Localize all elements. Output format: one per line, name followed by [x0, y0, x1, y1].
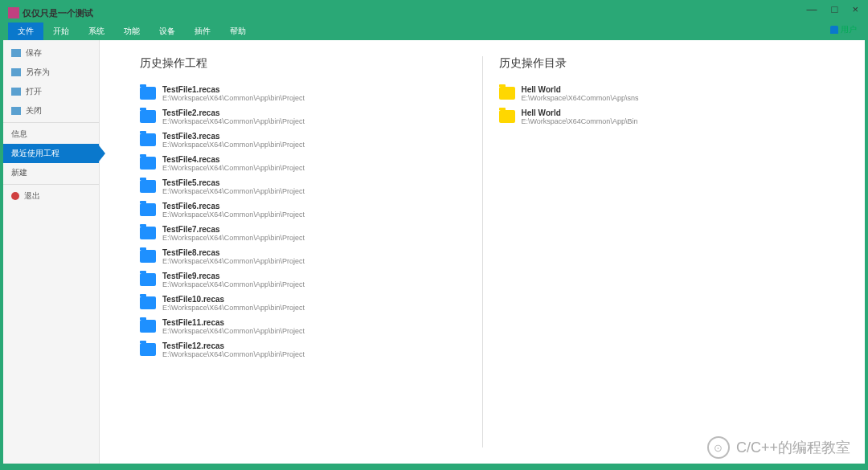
sidebar: 保存另存为打开关闭信息最近使用工程新建退出 — [3, 40, 100, 464]
app-icon — [8, 7, 19, 18]
menu-item-3[interactable]: 功能 — [114, 22, 149, 40]
sidebar-item[interactable]: 信息 — [3, 125, 99, 144]
file-item[interactable]: TestFile6.recasE:\Workspace\X64\Common\A… — [140, 200, 466, 220]
file-name: TestFile11.recas — [162, 318, 305, 327]
watermark-text: C/C++的编程教室 — [736, 438, 850, 457]
minimize-button[interactable]: — — [804, 3, 821, 15]
file-name: TestFile12.recas — [162, 341, 305, 350]
file-path: E:\Workspace\X64\Common\App\bin\Project — [162, 210, 305, 219]
file-path: E:\Workspace\X64\Common\App\bin\Project — [162, 187, 305, 195]
folder-icon — [499, 87, 515, 100]
file-name: TestFile10.recas — [162, 295, 305, 304]
menu-item-6[interactable]: 帮助 — [220, 22, 256, 40]
content-area: 保存另存为打开关闭信息最近使用工程新建退出 历史操作工程 TestFile1.r… — [3, 40, 865, 464]
exit-icon — [11, 192, 19, 200]
folder-icon — [499, 110, 515, 123]
sidebar-item-label: 退出 — [24, 190, 40, 202]
file-path: E:\Workspace\X64\Common\App\bin\Project — [162, 350, 305, 358]
user-icon — [830, 26, 838, 34]
sidebar-item[interactable]: 新建 — [3, 163, 99, 182]
user-label: 用户 — [841, 24, 857, 35]
file-name: TestFile8.recas — [162, 248, 305, 257]
sidebar-item-label: 关闭 — [26, 105, 42, 116]
sidebar-item-label: 保存 — [26, 47, 42, 59]
file-name: TestFile5.recas — [162, 178, 305, 187]
sidebar-item-label: 打开 — [26, 86, 42, 97]
history-dirs-column: 历史操作目录 Hell WorldE:\Workspace\X64Common\… — [483, 56, 841, 448]
file-item[interactable]: TestFile12.recasE:\Workspace\X64\Common\… — [140, 340, 466, 360]
history-projects-column: 历史操作工程 TestFile1.recasE:\Workspace\X64\C… — [124, 56, 483, 448]
file-name: TestFile2.recas — [162, 108, 305, 117]
window-title: 仅仅只是一个测试 — [23, 7, 93, 19]
sidebar-divider — [3, 184, 99, 185]
close-icon — [11, 107, 21, 115]
sidebar-divider — [3, 122, 99, 123]
file-item[interactable]: TestFile2.recasE:\Workspace\X64\Common\A… — [140, 107, 466, 127]
sidebar-item[interactable]: 退出 — [3, 186, 99, 206]
menu-item-4[interactable]: 设备 — [149, 22, 185, 40]
file-name: Hell World — [522, 108, 638, 117]
history-projects-list: TestFile1.recasE:\Workspace\X64\Common\A… — [140, 84, 466, 360]
file-item[interactable]: TestFile5.recasE:\Workspace\X64\Common\A… — [140, 177, 466, 197]
file-name: TestFile3.recas — [162, 132, 305, 141]
file-item[interactable]: TestFile1.recasE:\Workspace\X64\Common\A… — [140, 84, 466, 104]
sidebar-item-label: 新建 — [11, 167, 27, 178]
folder-icon — [140, 110, 156, 123]
folder-icon — [140, 296, 156, 309]
file-path: E:\Workspace\X64\Common\App\bin\Project — [162, 327, 305, 335]
sidebar-item[interactable]: 另存为 — [3, 63, 99, 82]
saveas-icon — [11, 68, 21, 76]
file-item[interactable]: TestFile11.recasE:\Workspace\X64\Common\… — [140, 317, 466, 337]
save-icon — [11, 49, 21, 57]
file-path: E:\Workspace\X64\Common\App\bin\Project — [162, 141, 305, 149]
sidebar-item[interactable]: 打开 — [3, 82, 99, 101]
menu-bar: 文件开始系统功能设备插件帮助 用户 — [3, 22, 865, 40]
file-path: E:\Workspace\X64\Common\App\bin\Project — [162, 117, 305, 125]
file-item[interactable]: TestFile7.recasE:\Workspace\X64\Common\A… — [140, 223, 466, 243]
file-item[interactable]: TestFile4.recasE:\Workspace\X64\Common\A… — [140, 153, 466, 174]
sidebar-item[interactable]: 最近使用工程 — [3, 144, 99, 163]
file-name: TestFile1.recas — [162, 85, 305, 94]
sidebar-item-label: 信息 — [11, 129, 27, 140]
file-path: E:\Workspace\X64\Common\App\bin\Project — [162, 94, 305, 102]
close-button[interactable]: × — [849, 3, 862, 15]
maximize-button[interactable]: □ — [829, 3, 841, 15]
file-path: E:\Workspace\X64\Common\App\bin\Project — [162, 280, 305, 288]
file-name: TestFile4.recas — [162, 155, 305, 164]
folder-icon — [140, 227, 156, 239]
menu-item-2[interactable]: 系统 — [79, 22, 114, 40]
main-panel: 历史操作工程 TestFile1.recasE:\Workspace\X64\C… — [100, 40, 865, 464]
file-item[interactable]: TestFile8.recasE:\Workspace\X64\Common\A… — [140, 247, 466, 267]
file-name: Hell World — [522, 85, 639, 94]
wechat-icon: ⊙ — [707, 436, 730, 459]
menu-item-1[interactable]: 开始 — [43, 22, 79, 40]
file-item[interactable]: TestFile10.recasE:\Workspace\X64\Common\… — [140, 293, 466, 313]
file-item[interactable]: TestFile9.recasE:\Workspace\X64\Common\A… — [140, 270, 466, 290]
file-path: E:\Workspace\X64\Common\App\bin\Project — [162, 234, 305, 242]
history-dirs-list: Hell WorldE:\Workspace\X64Common\App\sns… — [499, 84, 825, 127]
folder-icon — [140, 273, 156, 286]
file-item[interactable]: Hell WorldE:\Workspace\X64Common\App\Bin — [499, 107, 825, 127]
history-projects-title: 历史操作工程 — [140, 56, 466, 71]
open-icon — [11, 88, 21, 96]
title-bar: 仅仅只是一个测试 — □ × — [3, 3, 865, 22]
file-item[interactable]: Hell WorldE:\Workspace\X64Common\App\sns — [499, 84, 825, 104]
sidebar-item-label: 另存为 — [26, 67, 50, 78]
menu-item-5[interactable]: 插件 — [185, 22, 220, 40]
watermark: ⊙ C/C++的编程教室 — [707, 436, 850, 459]
file-path: E:\Workspace\X64Common\App\Bin — [522, 117, 638, 125]
folder-icon — [140, 320, 156, 333]
folder-icon — [140, 87, 156, 100]
sidebar-item[interactable]: 关闭 — [3, 101, 99, 121]
user-menu[interactable]: 用户 — [830, 24, 857, 35]
history-dirs-title: 历史操作目录 — [499, 56, 825, 71]
file-item[interactable]: TestFile3.recasE:\Workspace\X64\Common\A… — [140, 130, 466, 150]
file-name: TestFile9.recas — [162, 272, 305, 280]
file-name: TestFile7.recas — [162, 225, 305, 234]
sidebar-item-label: 最近使用工程 — [11, 148, 59, 159]
folder-icon — [140, 157, 156, 170]
window-controls: — □ × — [804, 3, 862, 15]
file-path: E:\Workspace\X64\Common\App\bin\Project — [162, 304, 305, 312]
sidebar-item[interactable]: 保存 — [3, 43, 99, 63]
menu-item-0[interactable]: 文件 — [8, 22, 43, 40]
